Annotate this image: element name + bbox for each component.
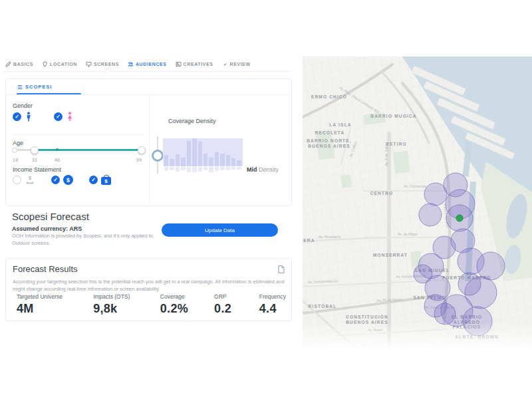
metric-label: Coverage [160, 293, 214, 300]
subtab-scopesi[interactable]: SCOPESI [17, 84, 52, 90]
street-label: Av. de Mayo [398, 232, 418, 236]
metric-frequency: Frequency 4.4 [259, 293, 286, 316]
wizard-tab-bar: BASICS LOCATION SCREENS AUDIENCES CREATI… [5, 61, 251, 67]
income-option-high[interactable]: ✓ $ [89, 175, 111, 185]
metric-label: Frequency [259, 293, 286, 300]
results-title: Forecast Results [13, 264, 78, 274]
map-pin-icon[interactable] [456, 215, 463, 221]
assumed-currency: Assumed currency: ARS [12, 225, 82, 232]
income-option-low[interactable]: $ [13, 175, 35, 185]
coverage-circle[interactable] [424, 183, 447, 205]
check-icon[interactable]: ✓ [51, 176, 60, 184]
district-label: BARRIO NORTE,BUENOS AIRES [307, 138, 352, 148]
metric-coverage: Coverage 0.2% [160, 293, 214, 316]
density-bar [170, 159, 174, 166]
density-bar [192, 138, 196, 166]
age-range-slider[interactable] [13, 149, 142, 151]
age-tick: 31 [32, 157, 37, 163]
forecast-results-card: Forecast Results According your targetin… [5, 258, 292, 321]
forecast-note: OOH Information is provided by Scopesi, … [12, 233, 155, 247]
subtab-label: SCOPESI [25, 84, 52, 90]
tab-label: AUDIENCES [136, 62, 167, 66]
tab-review[interactable]: REVIEW [222, 61, 251, 67]
coverage-circle[interactable] [419, 203, 442, 226]
gender-option-female[interactable]: ✓ [54, 112, 74, 122]
district-label: CONSTITUCIÓNBUENOS AIRES [346, 314, 388, 325]
age-tick: 18 [13, 157, 18, 163]
check-icon[interactable]: ✓ [89, 176, 98, 184]
density-level-suffix: Density [257, 166, 279, 173]
age-tick: 46 [55, 157, 60, 163]
density-bar [198, 142, 202, 166]
density-level-text: Mid Density [205, 166, 279, 173]
density-sub-bar [192, 167, 196, 172]
metric-value: 4.4 [259, 302, 286, 316]
density-slider-handle[interactable] [152, 150, 164, 162]
tab-screens[interactable]: SCREENS [86, 61, 119, 67]
street-label: Av. Rivadavia [319, 235, 341, 239]
street-label: Av. 9 de Julio [384, 144, 388, 166]
district-label: RECOLETA [315, 130, 345, 135]
screen-icon [86, 61, 92, 67]
results-description: According your targeting selection this … [13, 278, 285, 293]
check-icon[interactable]: ✓ [13, 112, 21, 121]
people-icon [128, 61, 134, 67]
gender-option-male[interactable]: ✓ [13, 112, 33, 122]
scopesi-panel: SCOPESI Gender ✓ ✓ [5, 78, 292, 206]
income-options: $ ✓ $ ✓ $ [13, 175, 111, 185]
tab-label: REVIEW [230, 62, 251, 66]
check-icon[interactable]: ✓ [54, 112, 63, 121]
edit-icon [5, 61, 11, 67]
coverage-circle[interactable] [434, 303, 456, 325]
tab-basics[interactable]: BASICS [5, 61, 33, 67]
age-min-handle[interactable] [31, 146, 39, 154]
radio-unchecked-icon[interactable] [13, 176, 21, 184]
money-bag-icon: $ [101, 177, 111, 185]
density-bar [176, 154, 180, 166]
density-bar [215, 152, 219, 166]
density-sub-bar [164, 167, 168, 171]
selected-screen-marker [456, 215, 463, 221]
density-bar [203, 154, 207, 166]
tab-label: BASICS [13, 62, 33, 66]
tab-label: SCREENS [94, 62, 119, 66]
male-icon [25, 112, 33, 122]
density-sub-bar [176, 167, 180, 172]
check-circle-icon [222, 61, 228, 67]
density-histogram [163, 138, 243, 166]
document-icon[interactable] [278, 264, 285, 276]
metric-label: Impacts (OTS) [93, 293, 160, 300]
district-label: LA ISLA [329, 122, 351, 127]
street-label: Av. Corrientes [404, 184, 427, 188]
coverage-circle[interactable] [458, 273, 481, 295]
coverage-circle[interactable] [463, 307, 492, 336]
metric-impacts: Impacts (OTS) 9,8k [93, 293, 160, 316]
tab-audiences[interactable]: AUDIENCES [128, 61, 167, 67]
density-level-value: Mid [247, 166, 257, 173]
age-max-handle[interactable] [138, 146, 146, 154]
district-label: RISTÓBAL [309, 303, 337, 309]
metric-value: 9,8k [93, 302, 160, 316]
age-tick: 99 [136, 157, 142, 163]
age-mark-46 [56, 148, 59, 151]
coverage-circle[interactable] [477, 252, 505, 280]
column-divider [149, 95, 150, 201]
district-label: CENTRO [370, 191, 394, 196]
update-data-button[interactable]: Update Data [162, 223, 278, 237]
density-sub-bar [181, 167, 185, 170]
density-bar [226, 155, 230, 166]
gender-label: Gender [13, 102, 33, 109]
district-label: MONSERRAT [373, 253, 408, 257]
age-label: Age [13, 140, 23, 146]
gender-options: ✓ ✓ [13, 112, 74, 122]
density-sub-bar [198, 167, 202, 172]
metric-targeted-universe: Targeted Universe 4M [17, 293, 93, 316]
density-bar [231, 158, 235, 166]
coverage-map[interactable]: Au Pres. Arturo Umberto IlliaPaseo del B… [303, 57, 532, 356]
active-tab-notch [102, 67, 115, 72]
tab-location[interactable]: LOCATION [42, 61, 77, 67]
income-option-mid[interactable]: ✓ $ [51, 175, 73, 185]
district-label: BARRIO MUGICA [370, 114, 416, 118]
campaign-planner-page: BASICS LOCATION SCREENS AUDIENCES CREATI… [0, 0, 532, 399]
tab-creatives[interactable]: CREATIVES [176, 61, 213, 67]
